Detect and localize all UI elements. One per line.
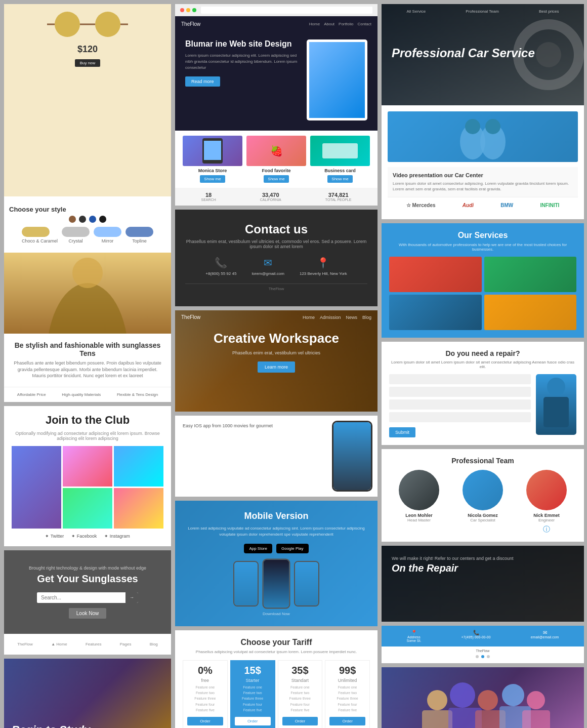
team-name-3: Nick Emmet (517, 513, 576, 518)
team-title: Professional Team (389, 457, 576, 465)
email-icon: ✉ (251, 257, 284, 269)
portfolio-title-3: Business card (310, 168, 370, 173)
feature-1: Affordable Price (17, 392, 46, 397)
portfolio-btn-1[interactable]: Show me (200, 175, 225, 183)
phone-mock-3 (294, 561, 319, 606)
service-images (389, 257, 576, 330)
svg-rect-17 (543, 397, 569, 427)
browse-button[interactable]: Look Now (69, 608, 106, 619)
address-bar[interactable] (201, 7, 372, 14)
nav-about[interactable]: About (324, 22, 334, 26)
swatch-4[interactable] (99, 216, 106, 223)
eyeline-text: Brought right technology & design with m… (14, 565, 161, 571)
nav-contact[interactable]: Contact (357, 22, 371, 26)
portfolio-title-1: Monica Store (183, 168, 242, 173)
price-tag: $120 (9, 44, 166, 55)
portfolio-btn-3[interactable]: Show me (327, 175, 352, 183)
portfolio-btn-2[interactable]: Show me (264, 175, 288, 183)
style-options: Choco & Caramel Crystal Mirror Topline (9, 227, 166, 244)
tariff-btn-standart[interactable]: Order (282, 717, 318, 725)
svg-point-21 (502, 684, 524, 706)
footer-link-4[interactable]: Pages (116, 638, 136, 651)
app-store-btn[interactable]: App Store (244, 544, 272, 553)
location-icon: 📍 (300, 257, 347, 269)
social-icon-3[interactable]: ⓘ (517, 525, 576, 534)
twitter-link[interactable]: ✦ Twitter (45, 534, 64, 539)
brand-audi: Audi (463, 203, 474, 208)
club-photo-3 (114, 446, 163, 487)
repair-email-text: email@email.com (531, 635, 559, 639)
video-desc: Lorem ipsum dolor sit amet consectetur a… (393, 181, 573, 192)
repair-footer-card: 📍 AddressSome St. 📞 +7(495) 000-00-00 ✉ … (382, 626, 584, 663)
sunglasses-hero: $120 Buy now (4, 4, 171, 196)
search-input[interactable] (37, 592, 125, 603)
form-line-3 (389, 399, 531, 410)
browser-maximize[interactable] (192, 8, 196, 12)
tariff-price-unlimited: 99$ (329, 665, 365, 676)
tariff-btn-unlimited[interactable]: Order (329, 717, 365, 725)
phone-screen-3 (295, 562, 318, 605)
dot-1[interactable] (476, 655, 479, 658)
style-2[interactable]: Crystal (62, 227, 90, 244)
footer-link-3[interactable]: Features (81, 638, 106, 651)
style-4[interactable]: Topline (125, 227, 153, 244)
car-nav-1[interactable]: All Service (406, 9, 426, 14)
sunglasses-card: $120 Buy now Choose your style Choco & C… (4, 4, 171, 402)
instagram-link[interactable]: ✦ Instagram (104, 534, 130, 539)
features-row: Affordable Price High-quality Materials … (4, 387, 171, 402)
tariff-free: 0% free Feature oneFeature twoFeature th… (183, 660, 228, 728)
nav-blog[interactable]: Blog (362, 315, 371, 320)
svg-point-1 (95, 12, 120, 37)
nav-news[interactable]: News (346, 315, 357, 320)
style-1[interactable]: Choco & Caramel (22, 227, 58, 244)
browser-minimize[interactable] (186, 8, 190, 12)
creative-nav: TheFlow Home Admission News Blog (175, 310, 378, 324)
stat-lbl-2: CALIFORNIA (260, 198, 281, 201)
footer-link-1[interactable]: TheFlow (13, 638, 37, 651)
team-name-1: Leon Mohler (389, 513, 449, 518)
repair-need-desc: Lorem ipsum dolor sit amet Lorem ipsum d… (389, 360, 576, 369)
footer-link-5[interactable]: Blog (146, 638, 162, 651)
repair-brand: TheFlow (384, 649, 581, 653)
club-photos-grid (12, 446, 163, 529)
creative-cta[interactable]: Learn more (258, 361, 295, 373)
contact-title: Contact us (185, 222, 367, 236)
edu-hero: Begin to Study At the best universities … (4, 659, 171, 728)
search-button[interactable]: → (125, 592, 138, 603)
brand-mercedes: ☆ Mercedes (406, 203, 436, 208)
model-image (4, 253, 171, 334)
nav-admission[interactable]: Admission (320, 315, 341, 320)
car-service-card: All Service Professional Team Best price… (382, 4, 584, 219)
address-info: 123 Beverly Hill, New York (300, 271, 347, 276)
tariff-btn-free[interactable]: Order (187, 717, 223, 725)
dot-3[interactable] (487, 655, 490, 658)
buy-button[interactable]: Buy now (75, 59, 101, 67)
creative-brand: TheFlow (181, 314, 200, 320)
tariff-btn-starter[interactable]: Order (235, 717, 271, 725)
portfolio-item-2: 🍓 Food favorite Show me (246, 136, 306, 183)
app-desc: Easy IOS app from 1000 movies for gourme… (183, 423, 324, 428)
nav-home[interactable]: Home (303, 315, 315, 320)
svg-rect-9 (322, 143, 358, 158)
facebook-link[interactable]: ✦ Facebook (71, 534, 97, 539)
nav-home[interactable]: Home (309, 22, 320, 26)
swatch-3[interactable] (89, 216, 96, 223)
footer-link-2[interactable]: ▲ Home (47, 638, 71, 651)
stylish-section: Be stylish and fashionable with sunglass… (4, 334, 171, 387)
car-nav-2[interactable]: Professional Team (466, 9, 499, 14)
swatch-2[interactable] (79, 216, 86, 223)
nav-portfolio[interactable]: Portfolio (339, 22, 353, 26)
dot-2[interactable] (481, 655, 484, 658)
team-role-3: Engineer (517, 518, 576, 522)
portfolio-row: Monica Store Show me 🍓 Food favorite Sho… (175, 131, 378, 188)
browser-close[interactable] (180, 8, 184, 12)
tariff-title: Choose your Tariff (183, 638, 370, 647)
card-icon (310, 136, 370, 166)
repair-submit-btn[interactable]: Submit (389, 427, 415, 437)
app-mockup-card: Easy IOS app from 1000 movies for gourme… (175, 416, 378, 497)
bluemarine-cta[interactable]: Read more (185, 76, 220, 87)
tariff-price-starter: 15$ (235, 665, 271, 676)
style-3[interactable]: Mirror (94, 227, 121, 244)
swatch-1[interactable] (69, 216, 76, 223)
google-play-btn[interactable]: Google Play (276, 544, 309, 553)
